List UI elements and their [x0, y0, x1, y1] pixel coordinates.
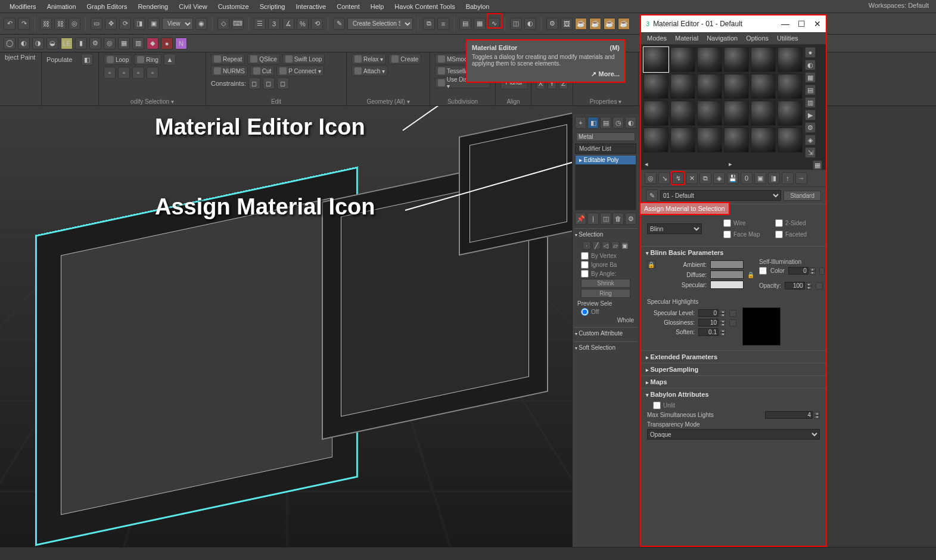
- reset-map-icon[interactable]: ✕: [686, 172, 698, 184]
- create-tab-icon[interactable]: +: [575, 117, 586, 129]
- menu-help[interactable]: Help: [371, 3, 384, 10]
- tool-4-icon[interactable]: ◒: [46, 38, 58, 49]
- bind-icon[interactable]: ◎: [69, 18, 80, 30]
- menu-civil-view[interactable]: Civil View: [179, 3, 207, 10]
- custom-attrib-rollout[interactable]: Custom Attribute: [574, 327, 638, 339]
- display-tab-icon[interactable]: ◐: [625, 117, 636, 129]
- sample-uv-icon[interactable]: ▤: [805, 85, 816, 95]
- max-lights-spinner[interactable]: [765, 411, 813, 419]
- pconnect-button[interactable]: P Connect ▾: [276, 66, 324, 76]
- tool-12-icon[interactable]: ●: [161, 38, 173, 49]
- create-selection-set-dropdown[interactable]: Create Selection Se: [347, 18, 413, 30]
- swift-loop-button[interactable]: Swift Loop: [282, 54, 325, 64]
- material-slot-3[interactable]: [697, 47, 722, 72]
- specular-swatch[interactable]: [710, 281, 744, 289]
- selection-header[interactable]: Selection: [575, 230, 636, 239]
- tool-8-icon[interactable]: ◎: [104, 38, 116, 49]
- element-subobj-icon[interactable]: ▣: [621, 241, 629, 250]
- video-check-icon[interactable]: ▥: [805, 97, 816, 108]
- layer-explorer-icon[interactable]: ▤: [459, 18, 471, 30]
- slot-layout-icon[interactable]: ▦: [813, 160, 822, 170]
- blinn-basic-header[interactable]: Blinn Basic Parameters: [646, 249, 821, 256]
- edge-subobj-icon[interactable]: ╱: [592, 241, 601, 250]
- vertex-subobj-icon[interactable]: ·: [583, 241, 591, 250]
- sample-type-icon[interactable]: ●: [805, 47, 816, 58]
- config-mod-icon[interactable]: ⚙: [625, 213, 636, 225]
- by-angle-checkbox[interactable]: [581, 270, 589, 278]
- material-slot-19[interactable]: [643, 127, 668, 153]
- tool-1-icon[interactable]: ◯: [4, 38, 15, 49]
- tool-5-icon[interactable]: LE: [61, 38, 73, 49]
- modify-tab-icon[interactable]: ◧: [587, 117, 599, 129]
- create-button[interactable]: Create: [388, 54, 421, 64]
- menu-animation[interactable]: Animation: [47, 3, 76, 10]
- put-to-scene-icon[interactable]: ↘: [658, 172, 670, 184]
- stack-editable-poly[interactable]: ▸ Editable Poly: [576, 155, 636, 164]
- specular-level-spinner[interactable]: [698, 309, 719, 317]
- select-by-mat-icon[interactable]: ◈: [805, 135, 816, 145]
- select-icon[interactable]: ▭: [91, 18, 102, 30]
- sel-icon-1[interactable]: ▫: [104, 67, 116, 79]
- cut-button[interactable]: Cut: [250, 66, 275, 76]
- put-to-lib-icon[interactable]: 💾: [727, 172, 739, 184]
- keyboard-icon[interactable]: ⌨: [232, 18, 244, 30]
- tool-10-icon[interactable]: ▥: [132, 38, 144, 49]
- material-slot-21[interactable]: [697, 127, 722, 153]
- remove-mod-icon[interactable]: 🗑: [612, 213, 624, 225]
- material-slot-17[interactable]: [751, 101, 776, 126]
- link-icon[interactable]: ⛓: [40, 18, 52, 30]
- diffuse-swatch[interactable]: [710, 270, 744, 279]
- minimize-button[interactable]: —: [781, 19, 789, 29]
- menu-customize[interactable]: Customize: [218, 3, 249, 10]
- get-material-icon[interactable]: ◎: [645, 172, 657, 184]
- object-name-field[interactable]: [576, 132, 635, 141]
- menu-content[interactable]: Content: [337, 3, 360, 10]
- undo-icon[interactable]: ↶: [4, 18, 15, 30]
- 2sided-checkbox[interactable]: [775, 219, 783, 227]
- go-sibling-icon[interactable]: →: [795, 172, 807, 184]
- glossiness-spinner[interactable]: [698, 319, 719, 326]
- tool-9-icon[interactable]: ▦: [118, 38, 130, 49]
- loop-button[interactable]: Loop: [104, 54, 132, 65]
- soften-spinner[interactable]: [698, 328, 719, 336]
- shader-type-dropdown[interactable]: Blinn: [647, 223, 702, 234]
- material-slot-9[interactable]: [697, 74, 722, 99]
- ignore-back-checkbox[interactable]: [581, 261, 589, 269]
- material-type-button[interactable]: Standard: [783, 191, 821, 201]
- mirror-icon[interactable]: ⧉: [423, 18, 435, 30]
- facemap-checkbox[interactable]: [723, 231, 731, 238]
- shrink-button[interactable]: Shrink: [581, 279, 630, 288]
- render-setup-icon[interactable]: ⚙: [546, 18, 558, 30]
- me-menu-navigation[interactable]: Navigation: [707, 35, 738, 42]
- poly-subobj-icon[interactable]: ▱: [611, 241, 620, 250]
- menu-modifiers[interactable]: Modifiers: [10, 3, 36, 10]
- show-end-result-icon[interactable]: |▮: [768, 172, 780, 184]
- menu-scripting[interactable]: Scripting: [260, 3, 285, 10]
- gloss-map-icon[interactable]: [729, 319, 736, 326]
- material-name-dropdown[interactable]: 01 - Default: [660, 190, 781, 201]
- material-slot-22[interactable]: [724, 127, 749, 153]
- material-slot-24[interactable]: [778, 127, 803, 153]
- hierarchy-tab-icon[interactable]: ▤: [600, 117, 611, 129]
- sel-icon-2[interactable]: ▫: [118, 67, 130, 79]
- sel-icon-3[interactable]: ▫: [132, 67, 144, 79]
- wire-checkbox[interactable]: [723, 219, 731, 227]
- material-slot-13[interactable]: [643, 101, 668, 126]
- border-subobj-icon[interactable]: ◁: [602, 241, 610, 250]
- lock-ambient-icon[interactable]: 🔒: [647, 260, 655, 269]
- by-vertex-checkbox[interactable]: [581, 252, 589, 260]
- move-icon[interactable]: ✥: [105, 18, 117, 30]
- populate-icon[interactable]: ◧: [81, 54, 93, 66]
- show-end-icon[interactable]: |: [587, 213, 599, 225]
- material-slot-11[interactable]: [751, 74, 776, 99]
- relax-button[interactable]: Relax ▾: [352, 54, 386, 64]
- tooltip-more-link[interactable]: ↗ More...: [472, 70, 620, 78]
- constraint-edge-icon[interactable]: ◻: [263, 77, 275, 89]
- ring-sel-button[interactable]: Ring: [581, 289, 630, 298]
- me-menu-material[interactable]: Material: [675, 35, 698, 42]
- sel-icon-4[interactable]: ▫: [147, 67, 158, 79]
- snap-icon[interactable]: 3: [268, 18, 280, 30]
- me-menu-utilities[interactable]: Utilities: [777, 35, 798, 42]
- ambient-swatch[interactable]: [710, 260, 744, 269]
- make-preview-icon[interactable]: ▶: [805, 110, 816, 120]
